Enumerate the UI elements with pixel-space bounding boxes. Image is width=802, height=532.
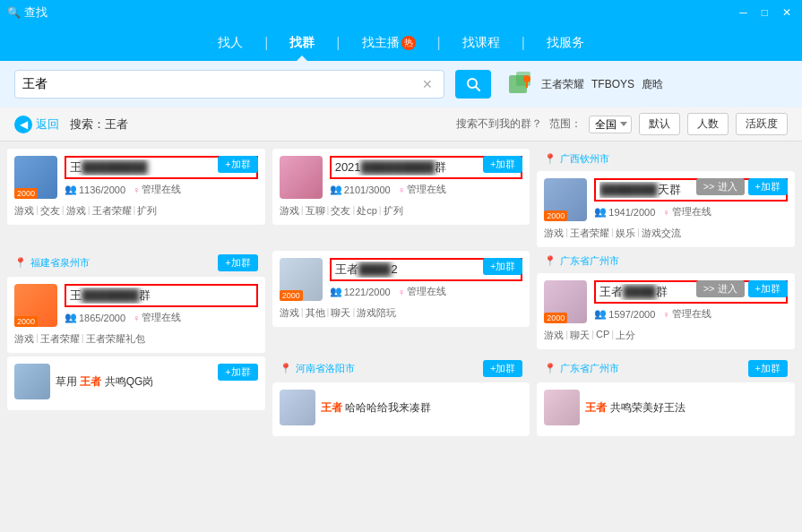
group-card-4: 2000 王███████群 👥 1865/2000 [7,277,265,353]
filter-bar: ◀ 返回 搜索：王者 搜索不到我的群？ 范围： 全国 同城 同省 默认 人数 活… [0,107,802,142]
title-bar: 🔍 查找 ─ □ ✕ [0,0,802,25]
cant-find-link[interactable]: 搜索不到我的群？ [456,116,542,132]
online-status-4: ♀ 管理在线 [133,311,181,324]
member-count-5: 👥 1221/2000 [330,286,391,297]
group-tags-2: 游戏| 互聊| 交友| 处cp| 扩列 [280,204,523,218]
suggestion-1[interactable]: 王者荣耀 [541,77,584,92]
add-group-btn-5[interactable]: +加群 [483,258,522,275]
avatar-wrap-5: 2000 [280,258,323,301]
member-count-3: 👥 1941/2000 [594,206,655,218]
search-area: ✕ 王者荣耀 TFBOYS 鹿晗 [0,61,802,107]
location-pin-icon-2: 📍 [14,257,27,269]
search-input[interactable] [22,77,418,91]
enter-button-3[interactable]: >> 进入 [696,178,745,195]
group-tags-4: 游戏| 王者荣耀| 王者荣耀礼包 [14,332,258,346]
close-button[interactable]: ✕ [779,6,795,19]
svg-line-1 [476,87,479,90]
add-group-btn-9-header[interactable]: +加群 [748,360,788,377]
range-label: 范围： [549,116,582,132]
search-result-label: 搜索：王者 [70,116,128,133]
group-card-3: >> 进入 +加群 2000 ███████天群 [537,171,795,247]
group-card-1: +加群 2000 王████████ [7,149,265,225]
partial-card-1: +加群 草用 王者 共鸣QG岗 [7,356,265,410]
enter-btns-6: >> 进入 +加群 [696,280,788,297]
group-stats-5: 👥 1221/2000 ♀ 管理在线 [330,285,523,298]
avatar-wrap-4: 2000 [14,284,57,327]
enter-button-6[interactable]: >> 进入 [696,280,745,297]
member-count-2: 👥 2101/3000 [330,184,391,195]
partial-avatar-2 [280,390,315,425]
location-map-icon [509,72,534,97]
hot-badge: 热 [401,36,416,50]
filter-controls: 搜索不到我的群？ 范围： 全国 同城 同省 默认 人数 活跃度 [456,113,788,135]
add-btn-3[interactable]: +加群 [748,178,788,195]
tab-find-service[interactable]: 找服务 [525,25,606,61]
group-tags-3: 游戏| 王者荣耀| 娱乐| 游戏交流 [544,227,788,240]
content-area: +加群 2000 王████████ [0,142,802,532]
location-pin-icon-3: 📍 [544,255,556,267]
minimize-button[interactable]: ─ [736,6,751,19]
avatar-wrap-1: 2000 [14,156,57,199]
member-badge-5: 2000 [280,290,303,301]
svg-point-4 [523,75,530,82]
tab-find-group[interactable]: 找群 [268,25,336,61]
partial-avatar-1 [14,364,50,399]
window-controls: ─ □ ✕ [736,6,795,19]
add-group-btn-7[interactable]: +加群 [218,364,257,381]
back-button[interactable]: ◀ 返回 [14,116,59,133]
group-stats-1: 👥 1136/2000 ♀ 管理在线 [65,183,258,196]
location-header-fujian: 📍 福建省泉州市 +加群 [7,251,265,273]
member-count-1: 👥 1136/2000 [65,184,125,195]
partial-card-3: 王者 共鸣荣美好王法 [537,382,795,436]
online-status-2: ♀ 管理在线 [398,183,446,196]
avatar-2 [280,156,323,199]
group-card-2: +加群 2021█████████群 👥 [272,149,530,225]
add-group-btn-1[interactable]: +加群 [218,156,257,173]
tab-find-people[interactable]: 找人 [196,25,264,61]
tab-find-streamer[interactable]: 找主播 热 [341,25,437,61]
add-group-btn-2[interactable]: +加群 [483,156,522,173]
sort-default[interactable]: 默认 [639,113,680,135]
suggestion-2[interactable]: TFBOYS [591,78,634,90]
group-name-4: 王███████群 [70,287,253,304]
group-card-6: >> 进入 +加群 2000 王者████群 [537,273,795,349]
group-card-5: +加群 2000 王者████2 [272,251,530,327]
sort-activity[interactable]: 活跃度 [736,113,788,135]
search-box: ✕ [14,70,444,99]
partial-card-2: 王者 哈哈哈给我来凑群 [272,382,530,436]
group-stats-4: 👥 1865/2000 ♀ 管理在线 [65,311,258,324]
member-badge-1: 2000 [14,188,38,199]
add-group-btn-8-header[interactable]: +加群 [483,360,522,377]
location-pin-icon-4: 📍 [280,363,292,374]
back-arrow-icon: ◀ [14,116,32,133]
suggestion-3[interactable]: 鹿晗 [642,77,663,92]
location-header-guangxi: 📍 广西钦州市 [537,149,795,167]
sort-members[interactable]: 人数 [687,113,729,135]
add-group-btn-4-header[interactable]: +加群 [218,254,257,271]
online-status-3: ♀ 管理在线 [662,205,711,219]
search-icon [466,77,480,91]
search-suggestions: 王者荣耀 TFBOYS 鹿晗 [509,72,663,97]
group-tags-6: 游戏| 聊天| CP| 上分 [544,329,788,342]
add-btn-6[interactable]: +加群 [748,280,788,297]
partial-header-3: 王者 共鸣荣美好王法 [544,390,788,425]
maximize-button[interactable]: □ [758,6,772,19]
member-badge-4: 2000 [14,316,38,327]
member-count-6: 👥 1597/2000 [594,308,655,320]
range-select[interactable]: 全国 同城 同省 [589,116,632,133]
online-status-6: ♀ 管理在线 [662,307,711,321]
nav-tabs: 找人 | 找群 | 找主播 热 | 找课程 | 找服务 [0,25,802,61]
enter-btns-3: >> 进入 +加群 [696,178,788,195]
tab-find-course[interactable]: 找课程 [441,25,522,61]
online-status-1: ♀ 管理在线 [133,183,181,196]
group-info-4: 王███████群 👥 1865/2000 ♀ 管理在线 [65,284,258,324]
group-name-box-4: 王███████群 [65,284,258,307]
group-tags-5: 游戏| 其他| 聊天| 游戏陪玩 [280,306,523,320]
location-header-henan: 📍 河南省洛阳市 +加群 [272,356,530,379]
location-pin-icon-5: 📍 [544,363,556,374]
avatar-wrap-2 [280,156,323,199]
clear-icon[interactable]: ✕ [418,77,436,91]
search-button[interactable] [455,70,491,99]
partial-header-2: 王者 哈哈哈给我来凑群 [280,390,523,425]
member-badge-6: 2000 [544,313,567,323]
